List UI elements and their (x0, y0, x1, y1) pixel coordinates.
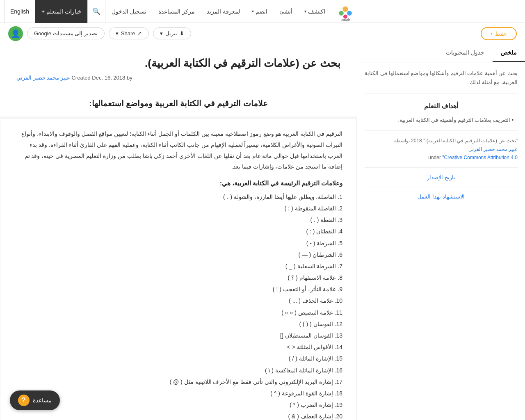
sidebar-divider-1 (365, 130, 518, 131)
content-header: بحث عن (علامات الترقيم في الكتابة العربي… (0, 44, 357, 90)
explore-label: اكتشف (308, 8, 325, 15)
create-label: أنشئ (279, 8, 292, 15)
download-chevron-icon: ▾ (160, 30, 163, 37)
learner-options-label: خيارات المتعلم + (41, 8, 82, 15)
list-item: 2. الفاصلة المنقوطة ( ؛ ) (14, 203, 342, 214)
list-item: 6. الشرطتان ( — ) (14, 250, 342, 260)
english-label: English (10, 8, 29, 15)
learn-more-nav-item[interactable]: لمعرفة المزيد (201, 0, 246, 23)
sidebar-goals-list: التعريف بعلامات الترقيم وأهميته في الكتا… (365, 116, 518, 125)
export-google-button[interactable]: تصدير إلى مستندات Google (27, 27, 105, 39)
download-icon: ⬇ (180, 30, 184, 37)
english-language-nav-item[interactable]: English (4, 0, 35, 23)
list-item: 7. الشرطة السفلية ( _ ) (14, 261, 342, 272)
content-created-label: Created (71, 75, 90, 81)
sidebar-attribution: "بحث عن (علامات الترقيم في الكتابة العرب… (365, 137, 518, 162)
list-item: 18. إشارة القوة المرفوعة ( ^ ) (14, 388, 342, 399)
join-nav-item[interactable]: انضم ▾ (246, 0, 273, 23)
learner-options-nav-item[interactable]: خيارات المتعلم + (35, 0, 87, 23)
export-google-label: تصدير إلى مستندات Google (34, 30, 98, 37)
sidebar-divider-2 (365, 167, 518, 168)
svg-text:شمس: شمس (341, 17, 350, 21)
main-layout: ملخص جدول المحتويات بحث عن أهمية علامات … (0, 44, 525, 420)
list-item: 16. الإشارة المائلة المعاكسة ( \ ) (14, 365, 342, 376)
list-item: 1. الفاصلة، ويطلق عليها أيضا الفارزة، وا… (14, 192, 342, 202)
right-toolbar-buttons: ⬇ تنزيل ▾ ↗ Share ▾ تصدير إلى مستندات Go… (8, 26, 191, 41)
site-logo[interactable]: شمس (335, 2, 356, 21)
content-intro: الترقيم في الكتابة العربية هو وضع رموز ا… (14, 128, 342, 172)
search-nav-item[interactable]: 🔍 (87, 0, 105, 23)
tab-summary-label: ملخص (501, 49, 517, 56)
share-label: Share (121, 30, 135, 37)
list-item: 11. علامة التنصيص ( « » ) (14, 308, 342, 318)
svg-point-0 (342, 6, 348, 11)
sidebar-content: بحث عن أهمية علامات الترقيم وأشكالها ومو… (357, 62, 525, 207)
list-item: 10. علامة الحذف ( ... ) (14, 296, 342, 306)
share-icon: ↗ (137, 30, 142, 37)
attribution-author-link[interactable]: عبير محمد خضير القرني (468, 146, 518, 152)
list-item: 9. علامة التأثر، أو التعجب ( ! ) (14, 284, 342, 294)
sidebar-goal-item: التعريف بعلامات الترقيم وأهميته في الكتا… (365, 116, 518, 125)
login-nav-item[interactable]: تسجيل الدخول (105, 0, 152, 23)
join-chevron-icon: ▾ (252, 9, 254, 14)
content-author-link[interactable]: عبير محمد خضير القرني (16, 75, 70, 81)
list-item: 14. الأقواس المثلثة < > (14, 342, 342, 352)
explore-nav-item[interactable]: اكتشف ▾ (298, 0, 331, 23)
avatar-icon: 👤 (11, 29, 20, 38)
share-chevron-icon: ▾ (116, 30, 119, 37)
download-button[interactable]: ⬇ تنزيل ▾ (153, 27, 191, 39)
list-item: 3. النقطة ( . ) (14, 215, 342, 225)
sidebar-divider-3 (365, 187, 518, 187)
content-subtitle: علامات الترقيم في الكتابة العربية ومواضع… (0, 90, 357, 116)
save-button[interactable]: حفظ ▾ (481, 27, 517, 40)
save-label: حفظ (495, 30, 507, 37)
content-box: الترقيم في الكتابة العربية هو وضع رموز ا… (0, 118, 357, 420)
main-content: بحث عن (علامات الترقيم في الكتابة العربي… (0, 44, 357, 420)
attribution-under: under (428, 155, 441, 160)
sidebar-goals-title: أهداف التعلم (365, 102, 518, 110)
help-icon: ? (18, 395, 30, 406)
list-item: 15. الإشارة المائلة ( / ) (14, 354, 342, 364)
nav-items-group: اكتشف ▾ أنشئ انضم ▾ لمعرفة المزيد مركز ا… (4, 0, 331, 23)
list-item: 5. الشرطة ( - ) (14, 238, 342, 249)
sidebar: ملخص جدول المحتويات بحث عن أهمية علامات … (357, 44, 525, 420)
create-nav-item[interactable]: أنشئ (273, 0, 298, 23)
learn-more-label: لمعرفة المزيد (207, 8, 240, 15)
join-label: انضم (256, 8, 267, 15)
list-item: 4. النقطتان ( : ) (14, 226, 342, 237)
top-navigation: شمس اكتشف ▾ أنشئ انضم ▾ لمعرفة المزيد مر… (0, 0, 525, 23)
help-button[interactable]: مساعدة ? (10, 390, 60, 410)
svg-point-2 (347, 11, 352, 16)
cite-link[interactable]: الاستشهاد بهذا العمل (418, 194, 464, 200)
sidebar-tabs: ملخص جدول المحتويات (357, 44, 525, 62)
content-title: بحث عن (علامات الترقيم في الكتابة العربي… (16, 56, 340, 71)
login-label: تسجيل الدخول (112, 8, 146, 15)
help-center-nav-item[interactable]: مركز المساعدة (152, 0, 201, 23)
content-list-title: وعلامات الترقيم الرئيسة في الكتابة العرب… (14, 180, 342, 187)
attribution-license-link[interactable]: "Creative Commons Attribution 4.0 (442, 155, 518, 160)
sidebar-history-row: تاريخ الإصدار (365, 173, 518, 181)
tab-toc[interactable]: جدول المحتويات (438, 44, 493, 62)
action-toolbar: حفظ ▾ ⬇ تنزيل ▾ ↗ Share ▾ تصدير إلى مستن… (0, 23, 525, 44)
tab-toc-label: جدول المحتويات (446, 49, 484, 56)
save-arrow-icon: ▾ (491, 31, 493, 36)
help-center-label: مركز المساعدة (158, 8, 195, 15)
content-meta: عبير محمد خضير القرني Created Dec. 16, 2… (16, 75, 340, 81)
sidebar-cite-row: الاستشهاد بهذا العمل (365, 193, 518, 200)
history-link[interactable]: تاريخ الإصدار (427, 174, 455, 180)
attribution-year: 2018 (411, 138, 422, 144)
attribution-by: بواسطة (394, 138, 410, 144)
content-punctuation-list: 1. الفاصلة، ويطلق عليها أيضا الفارزة، وا… (14, 192, 342, 420)
share-button[interactable]: ↗ Share ▾ (109, 27, 149, 39)
content-date: Dec. 16, 2018 (92, 75, 125, 81)
list-item: 17. إشارة البريد الإلكتروني والتي تأتي ف… (14, 377, 342, 387)
list-item: 13. القوسان المستطيلان [] (14, 331, 342, 341)
list-item: 19. إشارة الضرب ( * ) (14, 400, 342, 410)
content-by-label: by (127, 75, 132, 81)
help-label: مساعدة (33, 397, 52, 404)
user-avatar[interactable]: 👤 (8, 26, 23, 41)
tab-summary[interactable]: ملخص (493, 44, 525, 62)
explore-chevron-icon: ▾ (304, 9, 306, 14)
search-icon: 🔍 (92, 7, 100, 15)
attribution-title: "بحث عن (علامات الترقيم في الكتابة العرب… (423, 138, 518, 144)
